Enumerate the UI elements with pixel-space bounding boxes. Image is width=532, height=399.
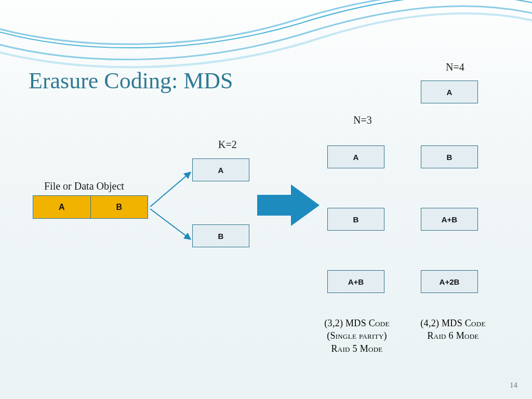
n3-caption-line2: (Single parity)	[313, 329, 401, 342]
n3-box-b: B	[327, 208, 384, 231]
k-label: K=2	[218, 139, 237, 151]
slide-title: Erasure Coding: MDS	[29, 68, 233, 94]
svg-line-1	[150, 209, 190, 239]
n4-caption: (4,2) MDS Code Raid 6 Mode	[411, 317, 495, 342]
n3-caption: (3,2) MDS Code (Single parity) Raid 5 Mo…	[313, 317, 401, 355]
k-box-b: B	[192, 224, 249, 247]
svg-marker-2	[257, 184, 320, 226]
n4-box-ab: A+B	[421, 208, 478, 231]
n3-caption-line3: Raid 5 Mode	[313, 342, 401, 355]
slide: Erasure Coding: MDS File or Data Object …	[0, 0, 532, 399]
file-cell-b-text: B	[116, 203, 122, 212]
split-arrows	[148, 166, 200, 249]
n3-caption-line1: (3,2) MDS Code	[313, 317, 401, 329]
n4-label: N=4	[446, 61, 464, 73]
n3-box-a: A	[327, 145, 384, 168]
k-box-a: A	[192, 158, 249, 181]
file-object-label: File or Data Object	[44, 180, 124, 192]
file-cell-a-text: A	[59, 203, 65, 212]
page-number: 14	[510, 381, 517, 390]
n4-caption-line1: (4,2) MDS Code	[411, 317, 495, 329]
file-cell-a: A	[33, 196, 91, 218]
svg-line-0	[150, 172, 190, 207]
n4-box-a: A	[421, 81, 478, 103]
file-cell-b: B	[91, 196, 148, 218]
n4-box-a2b: A+2B	[421, 270, 478, 293]
n3-box-ab: A+B	[327, 270, 384, 293]
big-arrow-icon	[257, 184, 320, 226]
n4-box-b: B	[421, 145, 478, 168]
n3-label: N=3	[353, 114, 372, 126]
file-object-box: A B	[33, 195, 148, 219]
n4-caption-line2: Raid 6 Mode	[411, 329, 495, 342]
